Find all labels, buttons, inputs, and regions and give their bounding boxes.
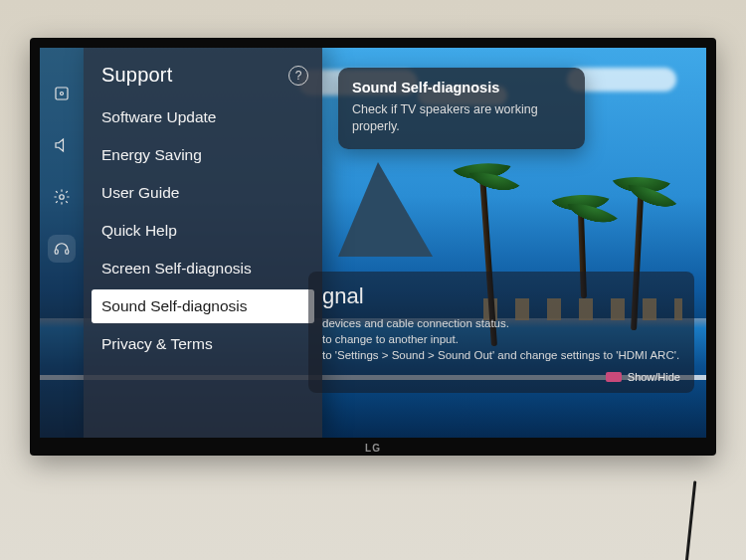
- show-hide-label[interactable]: Show/Hide: [628, 371, 680, 383]
- menu-item-energy-saving[interactable]: Energy Saving: [84, 136, 322, 174]
- tooltip-title: Sound Self-diagnosis: [352, 80, 571, 95]
- tooltip-body: Check if TV speakers are working properl…: [352, 101, 571, 135]
- svg-rect-4: [66, 250, 69, 255]
- panel-title: Support: [101, 64, 172, 87]
- svg-point-2: [60, 195, 65, 200]
- banner-line: to 'Settings > Sound > Sound Out' and ch…: [322, 347, 680, 363]
- banner-line: to change to another input.: [322, 331, 680, 347]
- menu-item-user-guide[interactable]: User Guide: [84, 174, 322, 212]
- support-panel: Support ? Software Update Energy Saving …: [84, 48, 322, 438]
- menu-item-screen-self-diagnosis[interactable]: Screen Self-diagnosis: [84, 250, 322, 287]
- menu-item-quick-help[interactable]: Quick Help: [84, 212, 322, 250]
- tv-screen: Support ? Software Update Energy Saving …: [40, 48, 706, 438]
- svg-point-1: [61, 93, 64, 95]
- settings-icon[interactable]: [48, 183, 76, 211]
- settings-category-rail: [40, 48, 84, 438]
- banner-line: devices and cable connection status.: [322, 315, 680, 331]
- help-icon[interactable]: ?: [288, 66, 308, 86]
- menu-item-software-update[interactable]: Software Update: [84, 98, 322, 136]
- power-cable-decoration: [677, 480, 697, 560]
- sound-icon[interactable]: [48, 131, 76, 159]
- banner-footer: Show/Hide: [322, 371, 680, 383]
- input-status-banner: gnal devices and cable connection status…: [308, 272, 694, 393]
- remote-key-icon: [606, 372, 622, 382]
- brand-logo: LG: [365, 443, 381, 454]
- menu-item-privacy-terms[interactable]: Privacy & Terms: [84, 325, 322, 363]
- menu-item-sound-self-diagnosis[interactable]: Sound Self-diagnosis: [92, 289, 314, 323]
- mountain-decoration: [338, 162, 433, 257]
- description-tooltip: Sound Self-diagnosis Check if TV speaker…: [338, 68, 585, 149]
- banner-heading: gnal: [322, 283, 680, 309]
- svg-rect-0: [56, 88, 68, 99]
- support-icon[interactable]: [48, 235, 76, 263]
- support-menu: Software Update Energy Saving User Guide…: [84, 98, 322, 363]
- panel-header: Support ?: [84, 64, 322, 98]
- tv-frame: Support ? Software Update Energy Saving …: [30, 38, 716, 456]
- picture-icon[interactable]: [48, 80, 76, 107]
- svg-rect-3: [55, 250, 58, 255]
